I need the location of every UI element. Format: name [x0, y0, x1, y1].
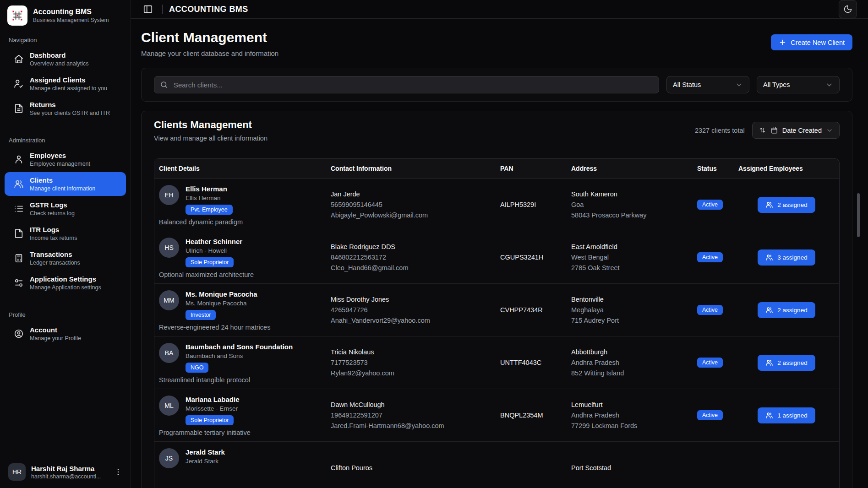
sidebar: Accounting BMS Business Management Syste… — [0, 0, 131, 488]
client-alt-name: Baumbach and Sons — [186, 352, 293, 359]
sidebar-item-dashboard[interactable]: DashboardOverview and analytics — [5, 47, 126, 71]
contact-information-cell: Dawn McCullough 19649122591207 Jared.Fra… — [331, 400, 500, 431]
assigned-employees-cell: 2 assigned — [738, 302, 835, 318]
sidebar-user[interactable]: HR Harshit Raj Sharma harshit.sharma@acc… — [5, 459, 126, 485]
client-type-badge: Sole Proprietor — [186, 257, 234, 267]
clients-table-card: Clients Management View and manage all c… — [141, 111, 852, 488]
type-filter-select[interactable]: All Types — [757, 76, 840, 93]
user-name: Harshit Raj Sharma — [31, 465, 101, 472]
nav-item-title: Account — [30, 326, 81, 334]
table-row[interactable]: BA Baumbach and Sons Foundation Baumbach… — [154, 336, 839, 389]
chevron-down-icon — [826, 127, 833, 134]
status-cell: Active — [697, 305, 738, 315]
sidebar-item-assigned-clients[interactable]: Assigned ClientsManage client assigned t… — [5, 72, 126, 96]
scrollbar-thumb[interactable] — [857, 193, 860, 237]
client-alt-name: Ellis Herman — [186, 195, 233, 201]
status-filter-select[interactable]: All Status — [666, 76, 749, 93]
assigned-employees-button[interactable]: 2 assigned — [758, 302, 815, 318]
pan-cell: CGUPS3241H — [500, 254, 571, 261]
kebab-menu-icon[interactable] — [114, 468, 122, 476]
avatar: ML — [159, 396, 179, 416]
client-type-badge: Sole Proprietor — [186, 415, 234, 425]
users-icon — [765, 254, 773, 261]
client-name: Ms. Monique Pacocha — [186, 290, 257, 298]
client-description: Reverse-engineered 24 hour matrices — [159, 324, 326, 331]
address-state: West Bengal — [571, 252, 697, 263]
sidebar-toggle-button[interactable] — [140, 1, 156, 17]
status-badge: Active — [697, 358, 723, 368]
circle-user-icon — [14, 329, 24, 339]
status-filter-value: All Status — [673, 81, 701, 88]
contact-email: Rylan92@yahoo.com — [331, 368, 500, 379]
content: Client Management Manage your client dat… — [131, 19, 868, 488]
sidebar-item-itr-logs[interactable]: ITR LogsIncome tax returns — [5, 222, 126, 245]
table-row[interactable]: ML Mariana Labadie Morissette - Ernser S… — [154, 389, 839, 442]
address-street: 58043 Prosacco Parkway — [571, 210, 697, 221]
table-row[interactable]: EH Ellis Herman Ellis Herman Pvt. Employ… — [154, 179, 839, 231]
sidebar-item-employees[interactable]: EmployeesEmployee management — [5, 147, 126, 171]
assigned-employees-button[interactable]: 2 assigned — [758, 355, 815, 371]
contact-information-cell: Jan Jerde 56599095146445 Abigayle_Powlow… — [331, 189, 500, 221]
assigned-employees-button[interactable]: 1 assigned — [758, 407, 815, 423]
column-header-pan: PAN — [500, 165, 571, 172]
type-filter-value: All Types — [763, 81, 790, 88]
brand-text: Accounting BMS Business Management Syste… — [33, 8, 109, 23]
divider — [162, 5, 163, 14]
table-row[interactable]: HS Heather Schinner Ullrich - Howell Sol… — [154, 231, 839, 284]
client-description: Programmable tertiary initiative — [159, 429, 326, 436]
theme-toggle-button[interactable] — [839, 0, 857, 18]
contact-email: Jared.Frami-Hartmann68@yahoo.com — [331, 421, 500, 431]
client-description: Optional maximized architecture — [159, 271, 326, 278]
sidebar-item-account[interactable]: AccountManage your Profile — [5, 322, 126, 346]
address-city: Lemuelfurt — [571, 400, 697, 410]
create-new-client-button[interactable]: Create New Client — [771, 34, 852, 50]
contact-name: Tricia Nikolaus — [331, 347, 500, 358]
status-cell: Active — [697, 410, 738, 420]
avatar: BA — [159, 343, 179, 363]
address-street: 77299 Lockman Fords — [571, 421, 697, 431]
address-cell: Lemuelfurt Andhra Pradesh 77299 Lockman … — [571, 400, 697, 431]
search-box — [154, 76, 659, 93]
status-badge: Active — [697, 305, 723, 315]
contact-information-cell: Tricia Nikolaus 7177523573 Rylan92@yahoo… — [331, 347, 500, 379]
table-row[interactable]: JS Jerald Stark Jerald Stark Clifton Pou… — [154, 442, 839, 488]
pan-cell: UNTTF4043C — [500, 359, 571, 366]
contact-name: Miss Dorothy Jones — [331, 294, 500, 305]
sidebar-item-application-settings[interactable]: Application SettingsManage Application s… — [5, 271, 126, 295]
avatar: JS — [159, 448, 179, 468]
address-cell: East Arnoldfield West Bengal 2785 Oak St… — [571, 242, 697, 273]
sidebar-item-gstr-logs[interactable]: GSTR LogsCheck returns log — [5, 197, 126, 221]
address-cell: South Kameron Goa 58043 Prosacco Parkway — [571, 189, 697, 221]
assigned-employees-button[interactable]: 3 assigned — [758, 249, 815, 266]
users-icon — [765, 306, 773, 314]
column-header-contact-information: Contact Information — [331, 165, 500, 172]
nav-item-title: Transactions — [30, 250, 80, 258]
table-row[interactable]: MM Ms. Monique Pacocha Ms. Monique Pacoc… — [154, 284, 839, 336]
table-body: EH Ellis Herman Ellis Herman Pvt. Employ… — [154, 179, 839, 488]
panel-left-icon — [143, 4, 153, 14]
client-type-badge: Pvt. Employee — [186, 205, 233, 215]
address-city: South Kameron — [571, 189, 697, 200]
sort-by-label: Date Created — [782, 127, 822, 134]
address-state: Andhra Pradesh — [571, 410, 697, 421]
nav-item-title: Application Settings — [30, 275, 101, 283]
assigned-count-label: 3 assigned — [777, 254, 807, 261]
nav-section-label: Adminstration — [5, 137, 126, 144]
nav-item-subtitle: Manage client assigned to you — [30, 85, 107, 92]
sort-by-button[interactable]: Date Created — [752, 122, 840, 139]
sidebar-item-clients[interactable]: ClientsManage client information — [5, 172, 126, 196]
filter-bar: All Status All Types — [141, 68, 852, 102]
brand[interactable]: Accounting BMS Business Management Syste… — [5, 4, 126, 30]
pan-cell: AILPH5329I — [500, 201, 571, 208]
address-state: Meghalaya — [571, 305, 697, 315]
sidebar-item-transactions[interactable]: TransactionsLedger transactions — [5, 246, 126, 270]
contact-phone: 846802212563172 — [331, 252, 500, 263]
assigned-count-label: 2 assigned — [777, 359, 807, 366]
nav-item-subtitle: Income tax returns — [30, 235, 77, 241]
table-title: Clients Management — [154, 119, 267, 131]
search-input[interactable] — [154, 76, 659, 93]
assigned-employees-button[interactable]: 2 assigned — [758, 197, 815, 213]
sidebar-item-returns[interactable]: ReturnsSee your clients GSTR and ITR — [5, 97, 126, 120]
nav-item-subtitle: Employee management — [30, 161, 90, 167]
table-card-header: Clients Management View and manage all c… — [142, 111, 852, 142]
